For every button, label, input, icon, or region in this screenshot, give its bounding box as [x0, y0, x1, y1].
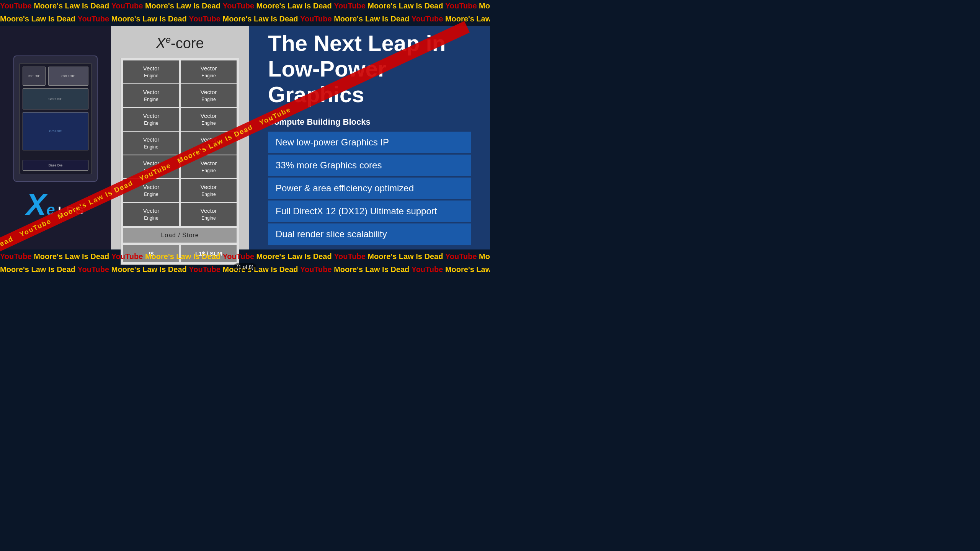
vector-row-1: VectorEngine VectorEngine [123, 84, 237, 107]
xe-core-title: Xe-core [156, 34, 204, 52]
vector-engine-cell: VectorEngine [181, 132, 237, 155]
vector-engine-cell: VectorEngine [123, 108, 179, 131]
vector-engine-cell: VectorEngine [123, 84, 179, 107]
base-die: Base Die [23, 160, 88, 171]
feature-list: New low-power Graphics IP 33% more Graph… [268, 132, 471, 245]
feature-item-4: Full DirectX 12 (DX12) Ultimate support [268, 201, 471, 222]
vector-row-2: VectorEngine VectorEngine [123, 108, 237, 131]
ioe-die: IOE DIE [23, 67, 46, 86]
main-content: IOE DIE CPU DIE SOC DIE GPU DIE Base Die… [0, 26, 490, 249]
vector-row-0: VectorEngine VectorEngine [123, 60, 237, 83]
vector-row-5: VectorEngine VectorEngine [123, 179, 237, 202]
vector-engine-grid: VectorEngine VectorEngine VectorEngine V… [121, 58, 239, 265]
vector-engine-cell: VectorEngine [123, 132, 179, 155]
vector-engine-cell: VectorEngine [123, 155, 179, 178]
feature-item-1: New low-power Graphics IP [268, 132, 471, 153]
ticker-bottom-1: YouTube Moore's Law Is Dead YouTube Moor… [0, 251, 490, 262]
vector-engine-cell: VectorEngine [181, 108, 237, 131]
ticker-text: YouTube [0, 2, 32, 10]
section-label: Compute Building Blocks [268, 117, 471, 127]
ticker-top-1: YouTube Moore's Law Is Dead YouTube Moor… [0, 0, 490, 12]
vector-engine-cell: VectorEngine [181, 60, 237, 83]
main-title: The Next Leap inLow-Power Graphics [268, 31, 471, 107]
feature-item-5: Dual render slice scalability [268, 223, 471, 245]
vector-engine-cell: VectorEngine [181, 179, 237, 202]
chip-diagram: IOE DIE CPU DIE SOC DIE GPU DIE Base Die [13, 55, 98, 182]
vector-engine-cell: VectorEngine [181, 84, 237, 107]
ticker-top-2: Moore's Law Is Dead YouTube Moore's Law … [0, 13, 490, 25]
vector-row-4: VectorEngine VectorEngine [123, 155, 237, 178]
vector-engine-cell: VectorEngine [123, 179, 179, 202]
vector-engine-cell: VectorEngine [123, 203, 179, 226]
chip-inner: IOE DIE CPU DIE SOC DIE GPU DIE Base Die [19, 63, 92, 174]
middle-panel: Xe-core VectorEngine VectorEngine Vector… [111, 26, 249, 249]
vector-engine-cell: VectorEngine [123, 60, 179, 83]
vector-row-6: VectorEngine VectorEngine [123, 203, 237, 226]
xe-lpg-logo: X e LPG [26, 189, 85, 220]
feature-item-2: 33% more Graphics cores [268, 155, 471, 176]
soc-die: SOC DIE [23, 88, 88, 109]
lpg-label: LPG [58, 204, 85, 217]
feature-item-3: Power & area efficiency optimized [268, 178, 471, 199]
xe-x-letter: X [26, 189, 46, 220]
page-indicator: (1 of 8) [234, 263, 256, 271]
vector-row-3: VectorEngine VectorEngine [123, 132, 237, 155]
right-panel: The Next Leap inLow-Power Graphics Compu… [249, 26, 490, 249]
left-panel: IOE DIE CPU DIE SOC DIE GPU DIE Base Die… [0, 26, 111, 249]
gpu-die: GPU DIE [23, 112, 88, 150]
vector-engine-cell: VectorEngine [181, 203, 237, 226]
xe-e-letter: e [46, 202, 55, 217]
vector-engine-cell: VectorEngine [181, 155, 237, 178]
cpu-die: CPU DIE [48, 67, 88, 86]
load-store-bar: Load / Store [123, 228, 237, 243]
